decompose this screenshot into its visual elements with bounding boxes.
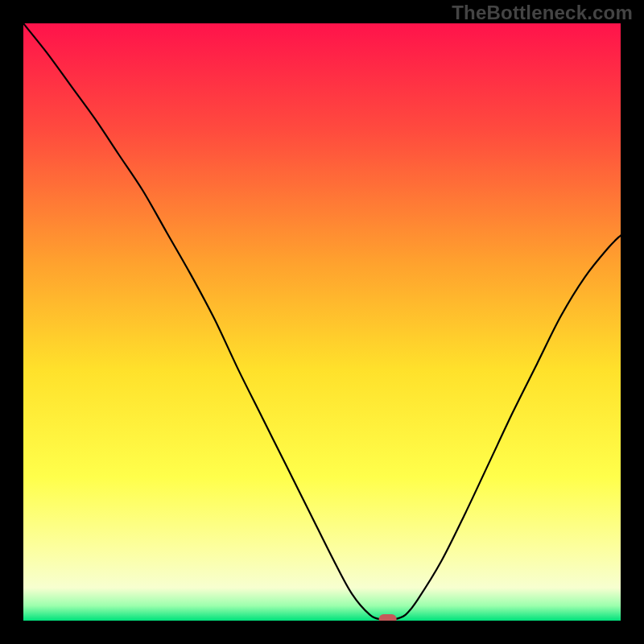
- watermark-text: TheBottleneck.com: [452, 2, 633, 24]
- gradient-background: [23, 23, 621, 621]
- bottleneck-chart: TheBottleneck.com: [0, 0, 644, 644]
- chart-canvas: [0, 0, 644, 644]
- optimal-marker: [379, 614, 397, 624]
